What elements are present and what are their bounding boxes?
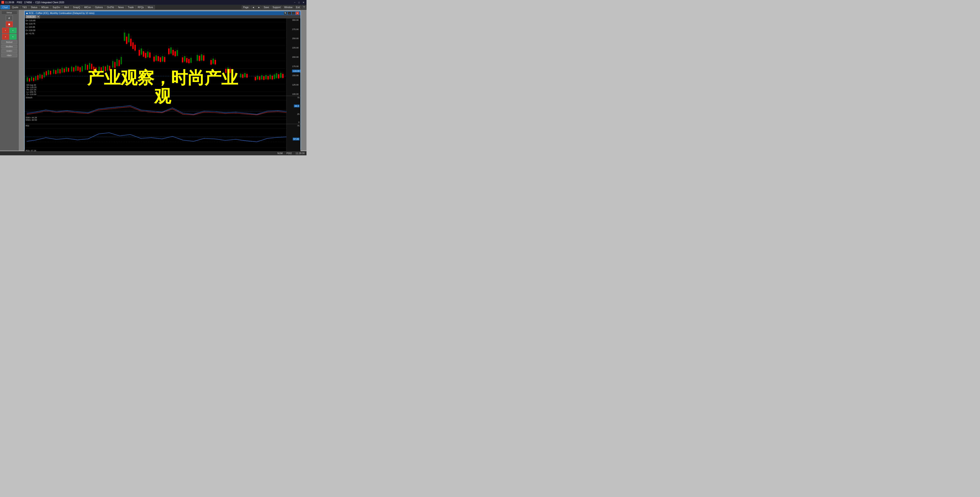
svg-rect-74 xyxy=(99,67,100,71)
price-200: 200.00 xyxy=(287,56,299,58)
menu-options[interactable]: Options xyxy=(93,5,105,9)
chart-tab-kce[interactable]: KCE_M xyxy=(25,15,36,18)
sstoch-25: 25 xyxy=(288,113,299,115)
main-chart-row: 300.00 275.00 250.00 225.00 200.00 175.0… xyxy=(25,18,301,96)
menu-status[interactable]: Status xyxy=(29,5,39,9)
svg-rect-50 xyxy=(71,67,72,72)
window-button[interactable]: Window xyxy=(283,6,294,9)
next-page-button[interactable]: ► xyxy=(256,6,261,9)
menu-mscan[interactable]: MScan xyxy=(40,5,51,9)
menu-alert[interactable]: Alert xyxy=(62,5,71,9)
split-red-icon[interactable]: + xyxy=(2,28,9,33)
chart-minimize-button[interactable]: − xyxy=(288,12,291,15)
maximize-button[interactable]: □ xyxy=(298,1,301,4)
rsi-label: RSI xyxy=(25,124,29,127)
svg-rect-82 xyxy=(107,65,108,70)
svg-rect-40 xyxy=(60,69,61,73)
intd-button[interactable]: <IntD> xyxy=(2,49,17,53)
svg-rect-64 xyxy=(87,65,88,70)
split-icons: + + xyxy=(2,28,17,33)
search-icon[interactable]: 🔍 xyxy=(284,12,287,15)
prev-page-button[interactable]: ◄ xyxy=(251,6,256,9)
menu-news[interactable]: News xyxy=(116,5,126,9)
svg-rect-46 xyxy=(66,67,67,72)
chart-close-button[interactable]: ✕ xyxy=(296,12,299,15)
studies-button[interactable]: Studies xyxy=(2,45,17,48)
svg-rect-34 xyxy=(53,70,54,73)
page-button[interactable]: Page xyxy=(242,6,250,9)
svg-rect-22 xyxy=(39,74,41,78)
svg-rect-78 xyxy=(103,66,104,71)
menu-supsrv[interactable]: SupSrv xyxy=(51,5,62,9)
rescale-button[interactable]: ReScd xyxy=(2,40,17,44)
bar-close: 119.30 xyxy=(30,93,36,96)
list-button[interactable]: <list> xyxy=(2,54,17,57)
svg-rect-12 xyxy=(29,78,30,81)
support-button[interactable]: Support xyxy=(271,6,282,9)
sstoch-current: 44.3 xyxy=(294,105,299,107)
menu-ordtkt[interactable]: OrdTkt xyxy=(105,5,116,9)
save-button[interactable]: Save xyxy=(262,6,270,9)
split-green2-icon[interactable]: × xyxy=(10,34,16,40)
status-time: 11:28:08 xyxy=(296,152,305,155)
svg-rect-68 xyxy=(91,64,92,69)
print-icon[interactable]: 🖨 xyxy=(6,15,13,21)
sstoch-label: SStoch xyxy=(25,96,32,99)
title-left: 11:28:08 P002 174856 - CQG Integrated Cl… xyxy=(2,1,64,4)
status-bar: NUM P002 11:28:08 xyxy=(0,151,307,155)
menu-ts[interactable]: T&S xyxy=(21,5,29,9)
svg-rect-44 xyxy=(64,69,65,72)
title-bar: 11:28:08 P002 174856 - CQG Integrated Cl… xyxy=(0,0,307,5)
svg-rect-70 xyxy=(93,67,95,71)
svg-rect-48 xyxy=(68,68,69,72)
rsi-current: 57.26 xyxy=(293,138,299,140)
menu-bar: Chart Quote T&S Status MScan SupSrv Aler… xyxy=(0,5,307,10)
bar-high: 127.25 xyxy=(30,89,36,91)
sstoch-0: 0 xyxy=(288,121,299,123)
add-tab-button[interactable]: ▼ xyxy=(37,15,40,18)
candles-svg xyxy=(25,18,286,96)
menu-chart[interactable]: Chart xyxy=(0,5,10,9)
svg-rect-20 xyxy=(37,75,38,80)
delta-value: Δ= +3.75 xyxy=(25,32,35,35)
svg-rect-30 xyxy=(48,70,49,75)
minimize-button[interactable]: − xyxy=(293,1,296,4)
svg-rect-10 xyxy=(27,77,28,81)
svg-rect-14 xyxy=(31,77,32,81)
menu-rfqs[interactable]: RFQs xyxy=(136,5,146,9)
svg-rect-80 xyxy=(105,67,106,71)
svg-rect-86 xyxy=(112,61,113,67)
svg-rect-16 xyxy=(33,78,34,81)
rsi-value: RSI= 57.26 xyxy=(25,150,36,152)
exit-button[interactable]: Exit xyxy=(294,6,301,9)
menu-more[interactable]: More xyxy=(146,5,155,9)
svg-rect-32 xyxy=(50,71,51,75)
app-icon xyxy=(2,1,4,4)
sstoch-panel: SStoch xyxy=(25,96,301,124)
split-icons-2: × × xyxy=(2,34,17,40)
bar-low: 109.70 xyxy=(30,91,36,93)
price-chart[interactable] xyxy=(25,18,286,96)
price-250: 250.00 xyxy=(287,37,299,40)
split-red2-icon[interactable]: × xyxy=(2,34,9,40)
menu-snapq[interactable]: SnapQ xyxy=(71,5,82,9)
chart-title: KCE - Coffee (ICE), Monthly Continuation… xyxy=(29,12,95,14)
help-icon[interactable]: ? xyxy=(302,6,306,9)
menu-quote[interactable]: Quote xyxy=(10,5,20,9)
svg-rect-60 xyxy=(82,66,83,72)
svg-rect-72 xyxy=(95,67,97,71)
setup-button[interactable]: Setup xyxy=(2,11,17,14)
close-button[interactable]: ✕ xyxy=(302,1,305,4)
menu-trade[interactable]: Trade xyxy=(126,5,136,9)
chart-restore-button[interactable]: □ xyxy=(292,12,295,15)
svg-rect-52 xyxy=(73,67,74,71)
svg-rect-92 xyxy=(119,60,120,66)
color-icon[interactable]: ■ xyxy=(6,21,13,27)
high-value: H= 119.75 xyxy=(25,22,35,25)
svg-rect-94 xyxy=(121,57,122,64)
split-green-icon[interactable]: + xyxy=(10,28,16,33)
menu-allcon[interactable]: AllCon xyxy=(82,5,93,9)
svg-rect-18 xyxy=(35,76,36,80)
svg-rect-88 xyxy=(115,62,116,68)
right-dots: ••• ••• ••• ••• ••• xyxy=(302,10,307,151)
